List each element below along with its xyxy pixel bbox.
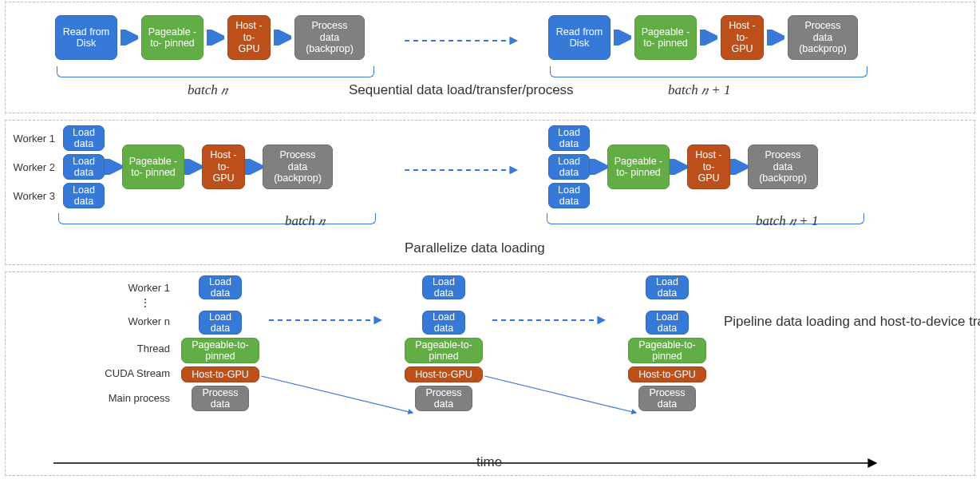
box-pageable: Pageable -to- pinned	[634, 15, 697, 60]
worker1-label: Worker 1	[53, 275, 175, 301]
panel-sequential: Read from Disk Pageable -to- pinned Host…	[5, 2, 975, 113]
bracket-icon	[550, 66, 867, 77]
box-load-data: Load data	[63, 154, 105, 180]
box-load-data: Load data	[422, 311, 465, 335]
panel-pipeline: Worker 1 ⋮ Worker n Thread CUDA Stream M…	[5, 271, 975, 476]
arrow-icon	[670, 159, 687, 175]
box-pageable: Pageable-to- pinned	[405, 338, 483, 363]
box-load-data: Load data	[548, 154, 590, 180]
main-label: Main process	[53, 384, 175, 413]
box-host-gpu: Host -to- GPU	[227, 15, 271, 60]
batch-n-label: batch 𝑛	[188, 82, 227, 98]
thread-label: Thread	[53, 335, 175, 363]
panel1-title: Sequential data load/transfer/process	[349, 82, 574, 98]
box-process: Process data (backprop)	[263, 145, 333, 189]
dashed-arrow-icon	[269, 312, 389, 328]
arrow-icon	[121, 30, 138, 46]
dashed-arrow-icon	[492, 312, 612, 328]
box-host-gpu: Host -to- GPU	[721, 15, 764, 60]
box-process: Process data	[415, 386, 472, 411]
box-pageable: Pageable-to- pinned	[628, 338, 706, 363]
worker1-label: Worker 1	[10, 133, 60, 145]
svg-line-17	[484, 376, 636, 413]
box-process: Process data (backprop)	[748, 145, 818, 189]
dashed-arrow-icon	[405, 33, 524, 49]
panel3-title: Pipeline data loading and host-to-device…	[724, 312, 963, 331]
bracket-icon	[57, 66, 374, 77]
vdots-icon: ⋮	[53, 301, 175, 309]
box-process: Process data	[638, 386, 696, 411]
box-load-data: Load data	[646, 311, 689, 335]
batch-n1-label: batch 𝑛 + 1	[756, 213, 819, 229]
arrow-icon	[614, 30, 631, 46]
pipeline-col-1: Load data Load data Pageable-to- pinned …	[181, 275, 259, 411]
arrow-icon	[700, 30, 717, 46]
dashed-arrow-icon	[405, 162, 524, 178]
worker2-label: Worker 2	[10, 161, 60, 173]
time-label: time	[476, 454, 502, 470]
box-pageable: Pageable -to- pinned	[607, 145, 670, 189]
worker3-label: Worker 3	[10, 190, 60, 202]
box-pageable: Pageable -to- pinned	[141, 15, 204, 60]
box-host-gpu: Host-to-GPU	[181, 366, 259, 382]
par-batch-n: Worker 1Load data Worker 2Load data Work…	[10, 125, 333, 208]
box-load-data: Load data	[63, 125, 105, 151]
box-read-disk: Read from Disk	[548, 15, 611, 60]
seq-batch-n: Read from Disk Pageable -to- pinned Host…	[55, 15, 365, 60]
box-read-disk: Read from Disk	[55, 15, 117, 60]
workern-label: Worker n	[53, 309, 175, 335]
box-host-gpu: Host -to- GPU	[202, 145, 245, 189]
time-axis-icon	[53, 456, 883, 470]
panel2-title: Parallelize data loading	[405, 240, 545, 256]
cuda-label: CUDA Stream	[53, 363, 175, 384]
box-process: Process data (backprop)	[788, 15, 858, 60]
svg-line-16	[261, 376, 413, 413]
box-load-data: Load data	[548, 183, 590, 208]
box-load-data: Load data	[63, 183, 105, 208]
arrow-icon	[184, 159, 202, 175]
box-host-gpu: Host -to- GPU	[687, 145, 730, 189]
batch-n-label: batch 𝑛	[285, 213, 325, 229]
solid-arrow-icon	[484, 376, 644, 421]
arrow-icon	[590, 159, 607, 175]
box-load-data: Load data	[199, 275, 242, 299]
box-load-data: Load data	[199, 311, 242, 335]
arrow-icon	[730, 159, 748, 175]
panel-parallel: Worker 1Load data Worker 2Load data Work…	[5, 120, 975, 265]
box-load-data: Load data	[646, 275, 689, 299]
arrow-icon	[245, 159, 263, 175]
box-pageable: Pageable-to- pinned	[181, 338, 259, 363]
seq-batch-n1: Read from Disk Pageable -to- pinned Host…	[548, 15, 858, 60]
arrow-icon	[207, 30, 224, 46]
arrow-icon	[274, 30, 291, 46]
solid-arrow-icon	[261, 376, 421, 421]
arrow-icon	[767, 30, 784, 46]
par-batch-n1: Load data Load data Load data Pageable -…	[548, 125, 818, 208]
box-process: Process data	[192, 386, 249, 411]
arrow-icon	[105, 159, 122, 175]
batch-n1-label: batch 𝑛 + 1	[668, 82, 731, 98]
box-load-data: Load data	[548, 125, 590, 151]
box-pageable: Pageable -to- pinned	[122, 145, 184, 189]
bracket-icon	[58, 213, 376, 224]
box-process: Process data (backprop)	[294, 15, 365, 60]
box-load-data: Load data	[422, 275, 465, 299]
